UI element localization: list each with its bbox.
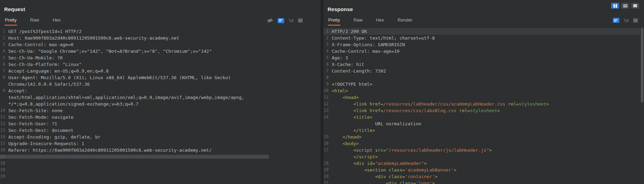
request-panel: Request PrettyRawHex \n 1GET /post%3fpos… bbox=[0, 0, 321, 184]
columns-layout-button[interactable] bbox=[611, 3, 619, 9]
panel-divider[interactable] bbox=[321, 0, 323, 184]
code-text: Sec-Fetch-User: ?1 bbox=[8, 120, 57, 127]
code-line[interactable]: 6X-Cache: hit bbox=[323, 61, 644, 68]
code-line[interactable]: 2Host: 0ae900f603a2d40c80911205001500c6.… bbox=[0, 35, 321, 41]
code-line[interactable]: 3X-Frame-Options: SAMEORIGIN bbox=[323, 41, 644, 48]
code-line[interactable]: 18 <div id="academyLabHeader"> bbox=[323, 160, 644, 167]
code-line[interactable]: 20 <div class='container'> bbox=[323, 173, 644, 180]
tab-pretty[interactable]: Pretty bbox=[328, 16, 340, 26]
tab-raw[interactable]: Raw bbox=[30, 16, 40, 26]
line-number: 15 bbox=[323, 134, 332, 140]
code-line[interactable]: 5Age: 3 bbox=[323, 55, 644, 61]
code-text: <html> bbox=[332, 87, 348, 94]
line-number bbox=[323, 120, 332, 127]
eye-off-icon[interactable] bbox=[267, 18, 273, 23]
line-number: 14 bbox=[323, 114, 332, 120]
code-line[interactable]: 8 bbox=[323, 74, 644, 81]
syntax-highlighting-icon[interactable] bbox=[278, 18, 284, 23]
code-line[interactable]: 15 </head> bbox=[323, 134, 644, 140]
code-line[interactable]: 9Accept: bbox=[0, 87, 321, 94]
code-line[interactable]: 20 bbox=[0, 173, 321, 180]
code-line[interactable]: 7Content-Length: 7302 bbox=[323, 68, 644, 74]
code-line[interactable]: 14Accept-Encoding: gzip, deflate, br bbox=[0, 134, 321, 140]
line-number: 6 bbox=[323, 61, 332, 68]
code-text: Content-Type: text/html; charset=utf-8 bbox=[332, 35, 435, 41]
code-line[interactable]: 12 <link href=/resources/labheader/css/a… bbox=[323, 101, 644, 107]
line-number: 2 bbox=[0, 35, 8, 41]
code-text: X-Cache: hit bbox=[332, 61, 364, 68]
code-text: <script src="/resources/labheader/js/lab… bbox=[332, 147, 492, 153]
code-line[interactable]: 7Accept-Language: en-US;q=0.9,en;q=0.8 bbox=[0, 68, 321, 74]
code-line[interactable]: 19 <section class='academyLabBanner'> bbox=[323, 167, 644, 173]
code-line[interactable]: </script> bbox=[323, 153, 644, 160]
tab-raw[interactable]: Raw bbox=[353, 16, 363, 26]
request-editor[interactable]: 1GET /post%3fpostId=1 HTTP/22Host: 0ae90… bbox=[0, 26, 321, 184]
code-line[interactable]: </title> bbox=[323, 127, 644, 134]
code-line[interactable]: 13Sec-Fetch-Dest: document bbox=[0, 127, 321, 134]
code-line[interactable]: 14 <title> bbox=[323, 114, 644, 120]
line-number: 18 bbox=[0, 160, 8, 167]
response-editor[interactable]: 1HTTP/2 200 OK2Content-Type: text/html; … bbox=[323, 26, 644, 184]
tab-hex[interactable]: Hex bbox=[376, 16, 384, 26]
code-line[interactable]: 1HTTP/2 200 OK bbox=[323, 28, 644, 35]
tab-render[interactable]: Render bbox=[397, 16, 413, 26]
line-number: 3 bbox=[0, 41, 8, 48]
code-line[interactable]: Chrome/142.0.0.0 Safari/537.36 bbox=[0, 81, 321, 87]
code-text: <body> bbox=[332, 140, 359, 147]
tab-pretty[interactable]: Pretty bbox=[5, 16, 17, 26]
code-text: Referer: https://0ae900f603a2d40c8091120… bbox=[8, 147, 212, 153]
code-line[interactable]: text/html,application/xhtml+xml,applicat… bbox=[0, 94, 321, 101]
code-line[interactable]: 11Sec-Fetch-Mode: navigate bbox=[0, 114, 321, 120]
code-line[interactable]: */*;q=0.8,application/signed-exchange;v=… bbox=[0, 101, 321, 107]
code-line[interactable]: 5Sec-Ch-Ua-Mobile: ?0 bbox=[0, 55, 321, 61]
code-line[interactable]: 21 <div class='logo'> bbox=[323, 180, 644, 184]
rows-layout-button[interactable] bbox=[621, 3, 629, 9]
line-number: 11 bbox=[323, 94, 332, 101]
code-line[interactable]: 17 <script src="/resources/labheader/js/… bbox=[323, 147, 644, 153]
code-text: <div class='logo'> bbox=[332, 180, 435, 184]
line-number: 1 bbox=[323, 28, 332, 35]
code-line[interactable]: 3Cache-Control: max-age=0 bbox=[0, 41, 321, 48]
message-editor-view: Request PrettyRawHex \n 1GET /post%3fpos… bbox=[0, 0, 644, 184]
line-number: 17 bbox=[0, 153, 8, 160]
editor-menu-icon[interactable] bbox=[633, 19, 638, 22]
syntax-highlighting-icon[interactable] bbox=[613, 18, 619, 23]
code-line[interactable]: 1GET /post%3fpostId=1 HTTP/2 bbox=[0, 28, 321, 35]
code-line[interactable]: 19 bbox=[0, 167, 321, 173]
code-text: User-Agent: Mozilla/5.0 (X11; Linux x86_… bbox=[8, 74, 231, 81]
response-vertical-scrollbar[interactable] bbox=[640, 26, 644, 184]
code-line[interactable]: 2Content-Type: text/html; charset=utf-8 bbox=[323, 35, 644, 41]
code-text: URL normalization bbox=[332, 120, 421, 127]
code-line[interactable]: 4Cache-Control: max-age=10 bbox=[323, 48, 644, 55]
code-text: </script> bbox=[332, 153, 378, 160]
request-tabs: PrettyRawHex bbox=[5, 16, 74, 26]
code-text: Content-Length: 7302 bbox=[332, 68, 386, 74]
code-text: Upgrade-Insecure-Requests: 1 bbox=[8, 140, 84, 147]
request-editor-toolbar: \n bbox=[267, 18, 303, 23]
line-number: 4 bbox=[0, 48, 8, 55]
code-line[interactable]: 6Sec-Ch-Ua-Platform: "Linux" bbox=[0, 61, 321, 68]
code-line[interactable]: 11 <head> bbox=[323, 94, 644, 101]
code-line[interactable]: 12Sec-Fetch-User: ?1 bbox=[0, 120, 321, 127]
code-line[interactable]: 17 bbox=[0, 153, 321, 160]
code-line[interactable]: 4Sec-Ch-Ua: "Google Chrome";v="142", "No… bbox=[0, 48, 321, 55]
editor-menu-icon[interactable] bbox=[298, 19, 303, 22]
response-scrollbar-thumb[interactable] bbox=[641, 28, 643, 102]
show-newlines-icon[interactable]: \n bbox=[289, 18, 294, 23]
code-line[interactable]: 10Sec-Fetch-Site: none bbox=[0, 107, 321, 114]
code-line[interactable]: 16Referer: https://0ae900f603a2d40c80911… bbox=[0, 147, 321, 153]
code-line[interactable]: 10<html> bbox=[323, 87, 644, 94]
code-line[interactable]: 16 <body> bbox=[323, 140, 644, 147]
code-text: GET /post%3fpostId=1 HTTP/2 bbox=[8, 28, 81, 35]
code-line[interactable]: 9<!DOCTYPE html> bbox=[323, 81, 644, 87]
code-text: <head> bbox=[332, 94, 359, 101]
show-newlines-icon[interactable]: \n bbox=[624, 18, 629, 23]
code-line[interactable]: 18 bbox=[0, 160, 321, 167]
code-line[interactable]: 8User-Agent: Mozilla/5.0 (X11; Linux x86… bbox=[0, 74, 321, 81]
code-line[interactable]: 13 <link href=/resources/css/labsBlog.cs… bbox=[323, 107, 644, 114]
single-layout-button[interactable] bbox=[631, 3, 639, 9]
code-text: Cache-Control: max-age=0 bbox=[8, 41, 73, 48]
code-line[interactable]: 15Upgrade-Insecure-Requests: 1 bbox=[0, 140, 321, 147]
code-line[interactable]: URL normalization bbox=[323, 120, 644, 127]
tab-hex[interactable]: Hex bbox=[52, 16, 61, 26]
